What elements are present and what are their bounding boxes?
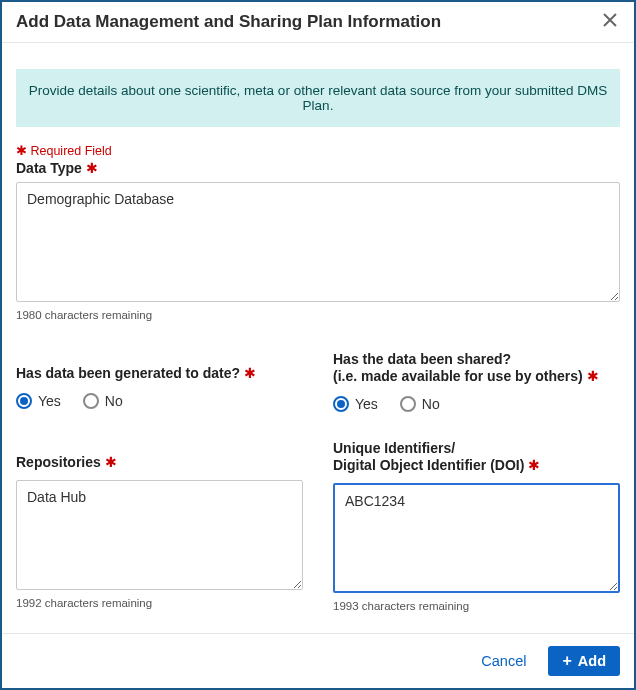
shared-radio-group: Yes No (333, 396, 620, 412)
radio-icon (400, 396, 416, 412)
shared-label: Has the data been shared? (i.e. made ava… (333, 351, 599, 386)
info-banner: Provide details about one scientific, me… (16, 69, 620, 127)
row-repos-doi: Repositories✱ 1992 characters remaining … (16, 438, 620, 612)
add-button-label: Add (578, 653, 606, 669)
generated-yes-label: Yes (38, 393, 61, 409)
required-field-note: ✱ Required Field (16, 143, 620, 158)
radio-icon (83, 393, 99, 409)
data-type-input[interactable] (16, 182, 620, 302)
required-mark-icon: ✱ (105, 454, 117, 470)
doi-input[interactable] (333, 483, 620, 593)
modal-footer: Cancel + Add (2, 633, 634, 688)
data-type-label-text: Data Type (16, 160, 82, 176)
generated-no-radio[interactable]: No (83, 393, 123, 409)
data-type-remaining: 1980 characters remaining (16, 309, 620, 321)
generated-label-text: Has data been generated to date? (16, 365, 240, 381)
generated-label: Has data been generated to date?✱ (16, 365, 256, 383)
repositories-label-text: Repositories (16, 454, 101, 470)
repositories-label: Repositories✱ (16, 454, 117, 472)
row-generated-shared: Has data been generated to date?✱ Yes No (16, 349, 620, 412)
col-doi: Unique Identifiers/ Digital Object Ident… (333, 438, 620, 612)
required-mark-icon: ✱ (244, 365, 256, 381)
modal-add-dms-plan: Add Data Management and Sharing Plan Inf… (0, 0, 636, 690)
shared-no-label: No (422, 396, 440, 412)
shared-label-line1: Has the data been shared? (333, 351, 599, 369)
col-generated: Has data been generated to date?✱ Yes No (16, 349, 303, 412)
shared-label-line2: (i.e. made available for use by others) (333, 368, 583, 384)
repositories-input[interactable] (16, 480, 303, 590)
data-type-label: Data Type✱ (16, 160, 620, 178)
required-mark-icon: ✱ (587, 368, 599, 384)
repositories-remaining: 1992 characters remaining (16, 597, 303, 609)
shared-yes-label: Yes (355, 396, 378, 412)
doi-label: Unique Identifiers/ Digital Object Ident… (333, 440, 540, 475)
modal-header: Add Data Management and Sharing Plan Inf… (2, 2, 634, 43)
close-button[interactable] (600, 12, 620, 32)
close-icon (603, 13, 617, 31)
add-button[interactable]: + Add (548, 646, 620, 676)
doi-remaining: 1993 characters remaining (333, 600, 620, 612)
generated-yes-radio[interactable]: Yes (16, 393, 61, 409)
modal-title: Add Data Management and Sharing Plan Inf… (16, 12, 441, 32)
shared-no-radio[interactable]: No (400, 396, 440, 412)
col-repositories: Repositories✱ 1992 characters remaining (16, 438, 303, 612)
generated-radio-group: Yes No (16, 393, 303, 409)
generated-no-label: No (105, 393, 123, 409)
shared-yes-radio[interactable]: Yes (333, 396, 378, 412)
radio-icon (333, 396, 349, 412)
cancel-button[interactable]: Cancel (477, 647, 530, 675)
col-shared: Has the data been shared? (i.e. made ava… (333, 349, 620, 412)
doi-label-line1: Unique Identifiers/ (333, 440, 540, 458)
doi-label-line2: Digital Object Identifier (DOI) (333, 457, 524, 473)
required-mark-icon: ✱ (86, 160, 98, 176)
radio-icon (16, 393, 32, 409)
required-mark-icon: ✱ (528, 457, 540, 473)
modal-body: Provide details about one scientific, me… (2, 43, 634, 633)
